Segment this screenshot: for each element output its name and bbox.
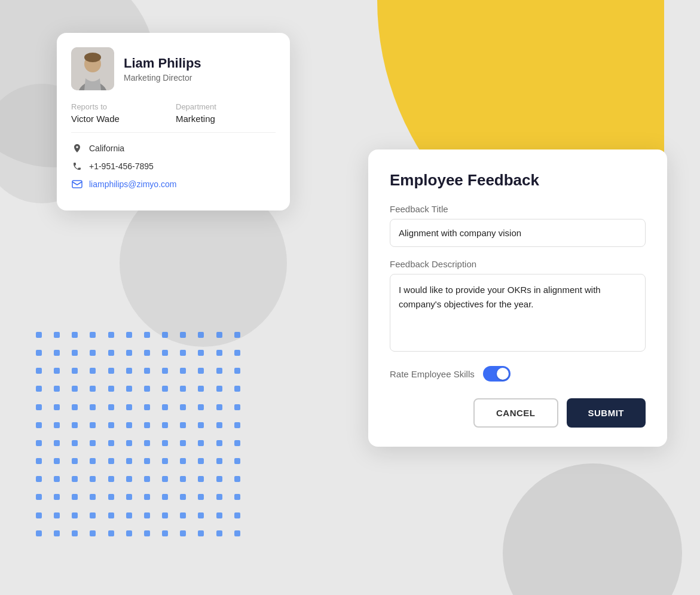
email-text: liamphilips@zimyo.com (89, 179, 176, 189)
employee-name: Liam Philips (124, 56, 201, 71)
dot (144, 530, 150, 536)
email-icon (71, 178, 83, 190)
dot (216, 476, 222, 482)
dot (234, 476, 240, 482)
dot (216, 440, 222, 446)
cancel-button[interactable]: CANCEL (473, 398, 558, 428)
dot (180, 458, 186, 464)
toggle-knob (497, 368, 509, 380)
dot (126, 494, 132, 500)
department-value: Marketing (176, 114, 276, 124)
dot (216, 494, 222, 500)
dot (198, 440, 204, 446)
svg-rect-4 (72, 181, 82, 188)
reports-to-label: Reports to (71, 102, 171, 111)
employee-info: Liam Philips Marketing Director (124, 56, 201, 83)
dot (216, 422, 222, 428)
dot (216, 350, 222, 356)
dot (36, 368, 42, 374)
dot (54, 368, 60, 374)
dot (36, 530, 42, 536)
dot (72, 332, 78, 338)
email-row: liamphilips@zimyo.com (71, 178, 276, 190)
dot (198, 350, 204, 356)
dot (108, 332, 114, 338)
dot (234, 332, 240, 338)
dot (198, 386, 204, 392)
dot (144, 386, 150, 392)
dot (144, 512, 150, 518)
employee-header: Liam Philips Marketing Director (71, 47, 276, 90)
dot (126, 332, 132, 338)
dot (234, 350, 240, 356)
dot (126, 404, 132, 410)
dot (126, 476, 132, 482)
dot (144, 404, 150, 410)
dot (180, 422, 186, 428)
dot (216, 458, 222, 464)
dot (180, 386, 186, 392)
dot (54, 404, 60, 410)
reports-department-row: Reports to Victor Wade Department Market… (71, 102, 276, 133)
dot (54, 476, 60, 482)
feedback-title-label: Feedback Title (390, 204, 646, 214)
dot (144, 368, 150, 374)
avatar (71, 47, 114, 90)
dot (108, 512, 114, 518)
location-icon (71, 142, 83, 154)
dot (144, 332, 150, 338)
dot (144, 440, 150, 446)
dot (36, 512, 42, 518)
department-label: Department (176, 102, 276, 111)
dot (36, 404, 42, 410)
dot (126, 368, 132, 374)
dot (162, 386, 168, 392)
dot (234, 440, 240, 446)
dot (108, 494, 114, 500)
dot (180, 332, 186, 338)
dot (108, 386, 114, 392)
dot (162, 368, 168, 374)
submit-button[interactable]: SUBMIT (567, 398, 646, 428)
dot (180, 494, 186, 500)
dot (54, 512, 60, 518)
dot (54, 530, 60, 536)
dot (180, 440, 186, 446)
reports-to-value: Victor Wade (71, 114, 171, 124)
employee-job-title: Marketing Director (124, 73, 201, 83)
dot (108, 350, 114, 356)
dot (72, 386, 78, 392)
dot (90, 368, 96, 374)
dot (72, 440, 78, 446)
phone-text: +1-951-456-7895 (89, 161, 154, 171)
dot (180, 350, 186, 356)
dot (126, 422, 132, 428)
dot (72, 494, 78, 500)
phone-icon (71, 160, 83, 172)
dot (198, 494, 204, 500)
rate-skills-toggle[interactable] (483, 366, 511, 382)
reports-to-section: Reports to Victor Wade (71, 102, 171, 124)
dot (144, 458, 150, 464)
feedback-title-input[interactable] (390, 219, 646, 247)
dot (36, 332, 42, 338)
dot (162, 422, 168, 428)
dot (234, 404, 240, 410)
dot (234, 422, 240, 428)
dot (162, 494, 168, 500)
dot (198, 332, 204, 338)
dot (180, 476, 186, 482)
dot (180, 530, 186, 536)
dot (90, 422, 96, 428)
dot (72, 368, 78, 374)
dot (234, 530, 240, 536)
feedback-desc-input[interactable]: I would like to provide your OKRs in ali… (390, 274, 646, 352)
dot (54, 458, 60, 464)
dot (144, 494, 150, 500)
dot (126, 512, 132, 518)
dot (234, 494, 240, 500)
dot (162, 530, 168, 536)
dot (216, 332, 222, 338)
dot (72, 404, 78, 410)
dot (108, 404, 114, 410)
